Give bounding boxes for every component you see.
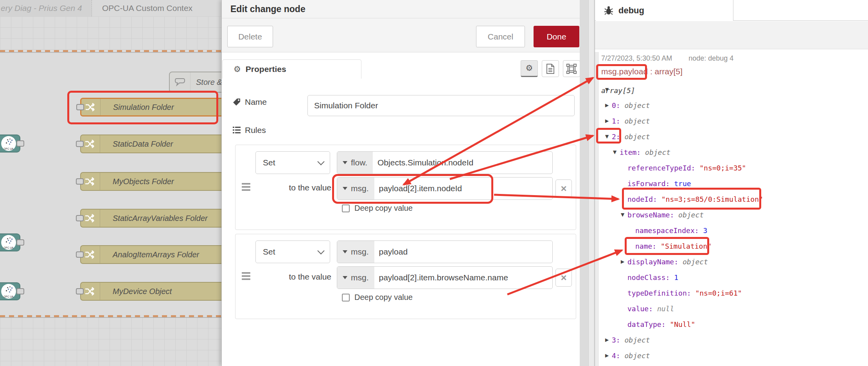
- tree-expander-icon[interactable]: ▶: [605, 337, 612, 343]
- node-input-port[interactable]: [76, 215, 84, 221]
- debug-tree-row-item[interactable]: ▼ item : object: [595, 144, 868, 160]
- tree-colon: :: [666, 273, 674, 282]
- rule2-property-field[interactable]: msg. payload: [337, 240, 553, 263]
- debug-tree-row-nodeClass[interactable]: nodeClass : 1: [595, 269, 868, 285]
- tree-value: "ns=3;s=85/0:Simulation": [661, 195, 763, 203]
- tree-expander-icon[interactable]: ▶: [605, 102, 612, 108]
- comment-node[interactable]: Store & Parse nodeId & browseNam: [169, 72, 221, 93]
- node-input-port[interactable]: [76, 288, 84, 294]
- path-separator: :: [648, 67, 655, 76]
- debug-tree-row-displayName[interactable]: ▶ displayName : object: [595, 254, 868, 269]
- tree-expander-icon[interactable]: ▶: [605, 353, 612, 358]
- flow-node-label: MyDevice Object: [100, 287, 172, 296]
- flow-editor: ery Diag - Prius Gen 4 OPC-UA Custom Con…: [0, 0, 221, 366]
- tab-properties[interactable]: ⚙ Properties: [222, 59, 361, 79]
- tree-value: object: [678, 211, 704, 219]
- node-output-port[interactable]: [16, 140, 24, 147]
- debug-tree-row-browseName[interactable]: ▼ browseName : object: [595, 207, 868, 222]
- debug-tree-row-typeDefinition[interactable]: typeDefinition : "ns=0;i=61": [595, 285, 868, 301]
- node-output-port[interactable]: [16, 239, 24, 246]
- debug-tree-row-name[interactable]: name : "Simulation": [595, 238, 868, 254]
- gear-icon: ⚙: [234, 65, 241, 74]
- rule1-deep-copy-row: Deep copy value: [342, 204, 413, 213]
- rule2-property-type-button[interactable]: msg.: [337, 241, 374, 263]
- name-input[interactable]: [307, 95, 575, 116]
- debug-tree-row-referenceTypeId[interactable]: referenceTypeId : "ns=0;i=35": [595, 160, 868, 176]
- tab-debug[interactable]: debug: [596, 0, 733, 21]
- flow-node-simulation-folder[interactable]: Simulation Folder: [80, 98, 221, 117]
- debug-tree-row-1[interactable]: ▶ 1 : object: [595, 113, 868, 129]
- tree-expander-icon[interactable]: ▶: [621, 259, 627, 264]
- properties-view-button[interactable]: ⚙: [521, 60, 538, 77]
- tree-colon: :: [616, 336, 625, 344]
- drag-handle-icon[interactable]: [242, 271, 250, 282]
- node-red-app: ery Diag - Prius Gen 4 OPC-UA Custom Con…: [0, 0, 868, 366]
- tree-value: object: [683, 258, 708, 266]
- tree-key: nodeClass: [627, 273, 666, 282]
- debug-tree-row-3[interactable]: ▶ 3 : object: [595, 332, 868, 348]
- flow-node-myobjects-folder[interactable]: MyObjects Folder: [80, 172, 221, 191]
- change-node-icon: [81, 173, 100, 190]
- flow-node-staticarrayvariables-folder[interactable]: StaticArrayVariables Folder: [80, 209, 221, 228]
- tree-expander-icon[interactable]: ▼: [613, 149, 620, 155]
- flow-node-mydevice-object[interactable]: MyDevice Object: [80, 282, 221, 301]
- flow-tab-label: ery Diag - Prius Gen 4: [1, 4, 82, 13]
- debug-payload-summary: array[5]: [655, 67, 683, 76]
- tree-colon: :: [653, 195, 661, 203]
- drag-handle-icon[interactable]: [242, 181, 250, 192]
- opcua-node-label: OPC UA: [1, 295, 16, 298]
- rule1-value-type-button[interactable]: msg.: [337, 178, 374, 199]
- debug-tree-row-0[interactable]: ▶ 0 : object: [595, 97, 868, 113]
- flow-tab-opcua-custom[interactable]: OPC-UA Custom Contex: [92, 0, 221, 16]
- tree-expander-icon[interactable]: ▼: [621, 212, 627, 217]
- opcua-browser-node[interactable]: OPC UA: [0, 233, 20, 251]
- vertical-scrollbar[interactable]: [588, 0, 594, 366]
- rule1-property-field[interactable]: flow. Objects.Simulation.nodeId: [337, 151, 553, 174]
- opcua-browser-node[interactable]: OPC UA: [0, 282, 20, 300]
- node-input-port[interactable]: [76, 251, 84, 258]
- debug-payload-path: msg.payload: [601, 67, 648, 76]
- cancel-button[interactable]: Cancel: [476, 26, 525, 47]
- tree-expander-icon[interactable]: ▶: [605, 118, 612, 124]
- debug-tree-row-dataType[interactable]: dataType : "Null": [595, 316, 868, 332]
- debug-tree-row-nodeId[interactable]: nodeId : "ns=3;s=85/0:Simulation": [595, 191, 868, 207]
- debug-tree-row-root[interactable]: ▼ array[5]: [595, 82, 868, 97]
- rule2-value-field[interactable]: msg. payload[2].item.browseName.name: [337, 266, 553, 289]
- tab-properties-label: Properties: [246, 65, 286, 74]
- tree-colon: :: [661, 320, 670, 328]
- rule1-remove-button[interactable]: ×: [555, 179, 572, 197]
- debug-payload-path-row[interactable]: msg.payload : array[5]: [601, 67, 683, 76]
- to-the-value-label: to the value: [282, 272, 331, 282]
- tree-expander-icon[interactable]: ▼: [605, 134, 612, 139]
- delete-button[interactable]: Delete: [227, 26, 273, 47]
- rule1-property-type-button[interactable]: flow.: [337, 152, 373, 174]
- done-button[interactable]: Done: [534, 26, 579, 47]
- debug-tree-row-namespaceIndex[interactable]: namespaceIndex : 3: [595, 222, 868, 238]
- rule2-action-select[interactable]: Set: [255, 240, 330, 263]
- debug-tree-row-isForward[interactable]: isForward : true: [595, 176, 868, 191]
- opcua-browser-node[interactable]: OPC UA: [0, 135, 20, 152]
- rule1-action-select[interactable]: Set: [255, 151, 330, 174]
- description-view-button[interactable]: [542, 60, 559, 77]
- node-output-port[interactable]: [16, 288, 24, 294]
- tree-value: "Null": [670, 320, 695, 328]
- tree-colon: :: [666, 179, 674, 188]
- rule1-value-field[interactable]: msg. payload[2].item.nodeId: [337, 177, 553, 200]
- opcua-logo-dots: [8, 141, 9, 142]
- rule2-remove-button[interactable]: ×: [555, 269, 572, 287]
- debug-tree-row-2[interactable]: ▼ 2 : object: [595, 129, 868, 144]
- debug-tree-row-value[interactable]: value : null: [595, 301, 868, 316]
- flow-tab-prius[interactable]: ery Diag - Prius Gen 4: [0, 0, 92, 16]
- flow-node-staticdata-folder[interactable]: StaticData Folder: [80, 135, 221, 153]
- flow-canvas[interactable]: Store & Parse nodeId & browseNam Simulat…: [0, 16, 221, 366]
- node-input-port[interactable]: [76, 141, 84, 147]
- document-icon: [546, 64, 555, 74]
- node-input-port[interactable]: [76, 104, 84, 110]
- node-input-port[interactable]: [76, 178, 84, 185]
- flow-node-analogitemarrays-folder[interactable]: AnalogItemArrays Folder: [80, 245, 221, 264]
- rule2-value-type-button[interactable]: msg.: [337, 267, 374, 289]
- debug-tree-row-4[interactable]: ▶ 4 : object: [595, 348, 868, 363]
- rule1-deep-copy-checkbox[interactable]: [342, 205, 350, 212]
- rule2-deep-copy-checkbox[interactable]: [342, 294, 350, 301]
- appearance-view-button[interactable]: [563, 60, 580, 77]
